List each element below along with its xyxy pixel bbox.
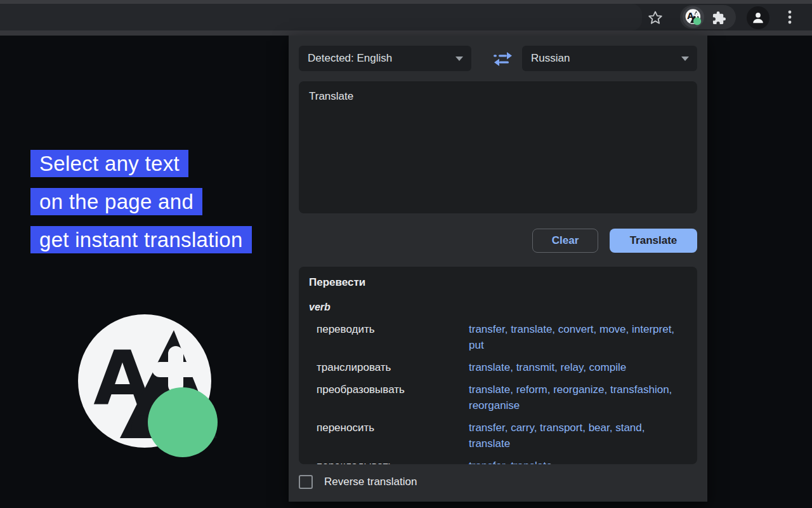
target-language-select[interactable]: Russian xyxy=(522,46,697,71)
puzzle-piece-icon xyxy=(712,11,726,25)
translate-button[interactable]: Translate xyxy=(610,229,697,253)
promo-text: Select any text on the page and get inst… xyxy=(30,150,252,264)
pinned-extensions-pill: A xyxy=(680,5,736,29)
browser-menu-button[interactable] xyxy=(782,8,798,26)
translation-synonyms[interactable]: translate, transmit, relay, compile xyxy=(469,359,687,375)
translation-headword: Перевести xyxy=(309,274,687,290)
results-entries: переводить transfer, translate, convert,… xyxy=(309,321,687,464)
translation-word: преобразовывать xyxy=(309,382,469,413)
translation-results-panel[interactable]: Перевести verb переводить transfer, tran… xyxy=(299,267,697,464)
part-of-speech-label: verb xyxy=(309,299,687,315)
source-text-input[interactable]: Translate xyxy=(299,81,697,213)
translation-word: переносить xyxy=(309,420,469,451)
star-outline-icon xyxy=(647,10,664,26)
person-avatar-icon xyxy=(751,11,765,25)
promo-line-1: Select any text xyxy=(30,150,188,177)
app-logo: A xyxy=(76,312,221,462)
source-language-value: Detected: English xyxy=(308,52,392,65)
translation-word: переводить xyxy=(309,321,469,353)
translation-synonyms[interactable]: transfer, translate, convert, move, inte… xyxy=(469,321,687,353)
translation-word: транслировать xyxy=(309,359,469,375)
reverse-translation-label: Reverse translation xyxy=(324,476,417,488)
promo-line-2: on the page and xyxy=(30,188,202,215)
translation-synonyms[interactable]: transfer, carry, transport, bear, stand,… xyxy=(469,420,687,451)
source-text-value: Translate xyxy=(309,90,353,102)
action-buttons-row: Clear Translate xyxy=(299,229,697,253)
translate-extension-button[interactable]: A xyxy=(683,6,704,28)
clear-button[interactable]: Clear xyxy=(532,229,598,253)
language-row: Detected: English Russian xyxy=(299,46,697,71)
profile-button[interactable] xyxy=(747,6,769,29)
promo-line-3: get instant translation xyxy=(30,226,252,253)
reverse-translation-row: Reverse translation xyxy=(299,474,697,490)
chevron-down-icon xyxy=(455,57,463,61)
bookmark-star-button[interactable] xyxy=(646,8,665,27)
extensions-menu-button[interactable] xyxy=(710,10,727,26)
translation-row: переносить transfer, carry, transport, b… xyxy=(309,420,687,451)
translate-logo-large-icon: A xyxy=(76,312,221,460)
translate-popup: Detected: English Russian Translate xyxy=(289,36,707,502)
address-bar[interactable] xyxy=(0,4,642,30)
translation-synonyms[interactable]: transfer, translate xyxy=(469,458,687,464)
translation-row: преобразовывать translate, reform, reorg… xyxy=(309,382,687,413)
toolbar-bottom-strip xyxy=(0,30,812,36)
source-language-select[interactable]: Detected: English xyxy=(299,46,471,71)
translation-row: транслировать translate, transmit, relay… xyxy=(309,359,687,375)
browser-toolbar: A xyxy=(0,4,812,30)
target-language-value: Russian xyxy=(531,52,570,65)
reverse-translation-checkbox[interactable] xyxy=(299,475,313,489)
translation-row: перекладывать transfer, translate xyxy=(309,458,687,464)
translation-word: перекладывать xyxy=(309,458,469,464)
translate-logo-icon: A xyxy=(685,9,702,25)
chevron-down-icon xyxy=(681,57,689,61)
translation-row: переводить transfer, translate, convert,… xyxy=(309,321,687,353)
swap-languages-button[interactable] xyxy=(488,51,518,67)
swap-arrows-icon xyxy=(492,51,514,67)
screen: A xyxy=(0,0,812,508)
three-dot-vertical-icon xyxy=(782,8,797,26)
translation-synonyms[interactable]: translate, reform, reorganize, transfash… xyxy=(469,382,687,413)
